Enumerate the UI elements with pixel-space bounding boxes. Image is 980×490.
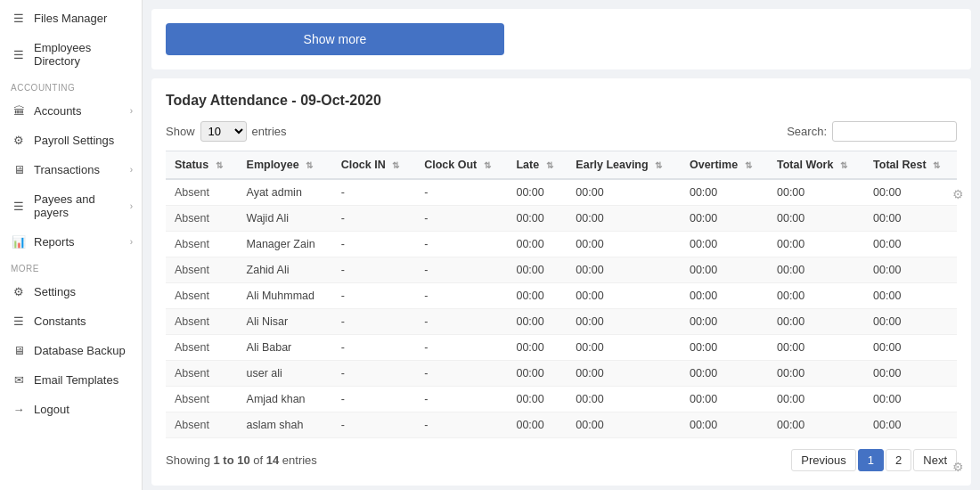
sidebar-item-settings[interactable]: ⚙ Settings [0,277,142,306]
col-status[interactable]: Status ⇅ [166,151,238,180]
table-header-row: Status ⇅ Employee ⇅ Clock IN ⇅ Clock Out… [166,151,957,180]
sidebar-item-payees-payers[interactable]: ☰ Payees and payers › [0,184,142,227]
chevron-right-icon: › [130,165,133,175]
col-total-work[interactable]: Total Work ⇅ [768,151,864,180]
sidebar-item-reports[interactable]: 📊 Reports › [0,227,142,257]
cell-total-rest: 00:00 [864,179,957,206]
cell-overtime: 00:00 [681,232,768,257]
cell-employee: Amjad khan [238,387,332,412]
reports-icon: 📊 [11,235,27,249]
cell-late: 00:00 [507,179,567,206]
cell-employee: Manager Zain [238,232,332,257]
show-more-button[interactable]: Show more [166,23,504,55]
pagination-next-button[interactable]: Next [913,449,957,471]
sidebar-item-label: Accounts [34,104,81,118]
col-early-leaving[interactable]: Early Leaving ⇅ [567,151,681,180]
sidebar-item-files-manager[interactable]: ☰ Files Manager [0,4,142,33]
sidebar-item-constants[interactable]: ☰ Constants [0,306,142,336]
pagination-previous-button[interactable]: Previous [791,449,856,471]
sort-icon: ⇅ [840,160,847,170]
sidebar-item-payroll-settings[interactable]: ⚙ Payroll Settings [0,126,142,155]
col-late[interactable]: Late ⇅ [507,151,567,180]
cell-total-work: 00:00 [768,179,864,206]
table-footer: Showing 1 to 10 of 14 entries Previous 1… [166,449,957,471]
cell-employee: user ali [238,361,332,387]
sidebar-item-label: Payroll Settings [34,134,114,147]
cell-status: Absent [166,232,238,257]
table-body: Absent Ayat admin - - 00:00 00:00 00:00 … [166,179,957,438]
chevron-right-icon: › [130,106,133,116]
sort-icon: ⇅ [484,160,491,170]
cell-clock-in: - [332,283,415,309]
cell-overtime: 00:00 [681,179,768,206]
cell-overtime: 00:00 [681,335,768,361]
cell-late: 00:00 [507,387,567,412]
settings-icon: ⚙ [11,285,27,298]
col-clock-in[interactable]: Clock IN ⇅ [332,151,415,180]
cell-employee: Zahid Ali [238,257,332,283]
cell-clock-in: - [332,361,415,387]
cell-early-leaving: 00:00 [567,387,681,412]
sidebar-item-database-backup[interactable]: 🖥 Database Backup [0,336,142,365]
table-row: Absent Zahid Ali - - 00:00 00:00 00:00 0… [166,257,957,283]
sidebar-item-label: Payees and payers [34,192,131,219]
cell-clock-in: - [332,206,415,232]
showing-text: Showing 1 to 10 of 14 entries [166,453,317,467]
table-controls-right: Search: [787,121,957,142]
table-controls: Show 10 25 50 100 entries Search: [166,121,957,142]
cell-employee: aslam shah [238,412,332,438]
sidebar-item-transactions[interactable]: 🖥 Transactions › [0,155,142,184]
cell-status: Absent [166,387,238,412]
cell-total-work: 00:00 [768,283,864,309]
col-total-rest[interactable]: Total Rest ⇅ [864,151,957,180]
chevron-right-icon: › [130,237,133,247]
cell-status: Absent [166,206,238,232]
cell-status: Absent [166,283,238,309]
sidebar-item-email-templates[interactable]: ✉ Email Templates [0,365,142,395]
cell-total-work: 00:00 [768,232,864,257]
sort-icon: ⇅ [933,160,940,170]
sidebar-item-accounts[interactable]: 🏛 Accounts › [0,96,142,126]
cell-clock-out: - [415,387,507,412]
employees-icon: ☰ [11,48,27,61]
table-row: Absent Ali Babar - - 00:00 00:00 00:00 0… [166,335,957,361]
cell-employee: Wajid Ali [238,206,332,232]
table-row: Absent Ali Nisar - - 00:00 00:00 00:00 0… [166,309,957,335]
col-clock-out[interactable]: Clock Out ⇅ [415,151,507,180]
cell-total-work: 00:00 [768,412,864,438]
main-content: Show more Today Attendance - 09-Oct-2020… [143,0,980,490]
col-employee[interactable]: Employee ⇅ [238,151,332,180]
cell-early-leaving: 00:00 [567,412,681,438]
cell-status: Absent [166,257,238,283]
gear-icon-top[interactable]: ⚙ [952,187,964,201]
cell-total-rest: 00:00 [864,361,957,387]
col-overtime[interactable]: Overtime ⇅ [681,151,768,180]
sort-icon: ⇅ [392,160,399,170]
cell-clock-in: - [332,335,415,361]
entries-per-page-select[interactable]: 10 25 50 100 [200,121,247,142]
cell-total-work: 00:00 [768,361,864,387]
search-input[interactable] [832,121,957,142]
cell-clock-in: - [332,179,415,206]
sidebar-item-employees-directory[interactable]: ☰ Employees Directory [0,33,142,76]
cell-total-rest: 00:00 [864,309,957,335]
sort-icon: ⇅ [745,160,752,170]
attendance-section: Today Attendance - 09-Oct-2020 Show 10 2… [151,78,971,486]
cell-status: Absent [166,412,238,438]
cell-early-leaving: 00:00 [567,361,681,387]
cell-clock-in: - [332,309,415,335]
cell-employee: Ali Nisar [238,309,332,335]
sidebar-item-logout[interactable]: → Logout [0,395,142,424]
cell-overtime: 00:00 [681,361,768,387]
gear-icon-bottom[interactable]: ⚙ [952,460,964,474]
cell-total-rest: 00:00 [864,283,957,309]
cell-total-work: 00:00 [768,387,864,412]
cell-clock-out: - [415,361,507,387]
transactions-icon: 🖥 [11,163,27,176]
cell-early-leaving: 00:00 [567,335,681,361]
pagination-page-1-button[interactable]: 1 [858,449,884,471]
cell-overtime: 00:00 [681,283,768,309]
pagination-page-2-button[interactable]: 2 [886,449,911,471]
table-row: Absent aslam shah - - 00:00 00:00 00:00 … [166,412,957,438]
cell-total-work: 00:00 [768,309,864,335]
